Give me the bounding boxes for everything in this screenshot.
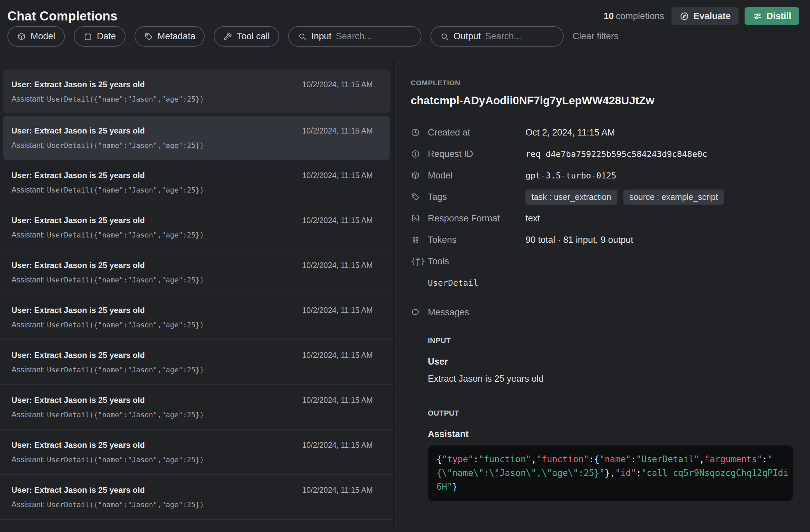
row-created-at: Created at Oct 2, 2024, 11:15 AM — [411, 122, 793, 143]
list-item[interactable]: User: Extract Jason is 25 years old Assi… — [0, 160, 393, 205]
item-assistant-code: UserDetail({"name":"Jason","age":25}) — [47, 95, 204, 103]
completion-section-label: COMPLETION — [411, 79, 793, 87]
filter-metadata-label: Metadata — [158, 31, 196, 41]
list-item[interactable]: User: Extract Jason is 25 years old Assi… — [3, 116, 390, 160]
tags-value: task : user_extractionsource : example_s… — [525, 189, 730, 205]
item-timestamp: 10/2/2024, 11:15 AM — [302, 171, 373, 180]
list-item[interactable]: User: Extract Jason is 25 years old Assi… — [3, 69, 390, 113]
item-timestamp: 10/2/2024, 11:15 AM — [302, 80, 373, 89]
row-label: Tokens — [428, 235, 525, 245]
output-role: Assistant — [428, 429, 793, 439]
item-assistant-code: UserDetail({"name":"Jason","age":25}) — [47, 366, 204, 374]
search-icon — [298, 32, 307, 41]
item-assistant-prefix: Assistant: — [12, 410, 47, 419]
input-content: Extract Jason is 25 years old — [428, 374, 793, 384]
distill-button[interactable]: Distill — [745, 7, 799, 25]
item-timestamp: 10/2/2024, 11:15 AM — [302, 351, 373, 360]
item-assistant-line: Assistant: UserDetail({"name":"Jason","a… — [12, 230, 373, 240]
compass-icon — [679, 12, 689, 21]
calendar-icon — [83, 32, 93, 41]
tag-icon — [411, 192, 428, 202]
item-timestamp: 10/2/2024, 11:15 AM — [302, 441, 373, 450]
evaluate-button-label: Evaluate — [693, 11, 730, 21]
item-assistant-code: UserDetail({"name":"Jason","age":25}) — [47, 501, 204, 509]
detail-rows: Created at Oct 2, 2024, 11:15 AM Request… — [411, 122, 793, 323]
tag-chip: source : example_script — [623, 189, 724, 205]
code-block: {"type":"function","function":{"name":"U… — [428, 446, 793, 501]
item-assistant-code: UserDetail({"name":"Jason","age":25}) — [47, 276, 204, 284]
tag-icon — [144, 32, 153, 41]
main: User: Extract Jason is 25 years old Assi… — [0, 60, 810, 531]
completions-list: User: Extract Jason is 25 years old Assi… — [0, 60, 393, 531]
item-assistant-line: Assistant: UserDetail({"name":"Jason","a… — [12, 455, 373, 465]
wrench-icon — [223, 32, 232, 41]
output-search-placeholder: Search... — [485, 31, 521, 41]
completions-count-label: completions — [616, 11, 664, 21]
item-assistant-code: UserDetail({"name":"Jason","age":25}) — [47, 411, 204, 419]
filter-metadata[interactable]: Metadata — [134, 26, 205, 47]
row-label: Tools — [428, 256, 525, 267]
input-search[interactable]: Input Search... — [288, 26, 421, 47]
output-search[interactable]: Output Search... — [431, 26, 564, 47]
filter-model[interactable]: Model — [7, 26, 65, 47]
list-item[interactable]: User: Extract Jason is 25 years old Assi… — [0, 295, 393, 340]
list-item[interactable]: User: Extract Jason is 25 years old Assi… — [0, 475, 393, 520]
item-assistant-line: Assistant: UserDetail({"name":"Jason","a… — [12, 94, 373, 104]
item-assistant-prefix: Assistant: — [12, 320, 47, 329]
created-at-value: Oct 2, 2024, 11:15 AM — [525, 128, 615, 138]
item-timestamp: 10/2/2024, 11:15 AM — [302, 486, 373, 495]
item-assistant-prefix: Assistant: — [12, 276, 47, 284]
item-assistant-prefix: Assistant: — [12, 365, 47, 374]
filter-date[interactable]: Date — [74, 26, 126, 47]
header: Chat Completions 10completions Evaluate — [0, 0, 810, 60]
row-response-format: Response Format text — [411, 207, 793, 229]
item-assistant-code: UserDetail({"name":"Jason","age":25}) — [47, 186, 204, 194]
list-item[interactable]: User: Extract Jason is 25 years old Assi… — [0, 430, 393, 475]
filter-date-label: Date — [97, 31, 116, 41]
list-item[interactable]: User: Extract Jason is 25 years old Assi… — [0, 250, 393, 295]
tool-list-item: UserDetail — [428, 273, 793, 292]
item-assistant-prefix: Assistant: — [12, 500, 47, 509]
completion-id: chatcmpl-ADyAodii0NF7ig7yLepWW428UJtZw — [411, 94, 793, 107]
sliders-icon — [752, 12, 762, 21]
input-role: User — [428, 356, 793, 367]
tools-braces-icon: {ƒ} — [411, 256, 428, 266]
header-actions: 10completions Evaluate — [604, 7, 799, 25]
input-search-placeholder: Search... — [336, 31, 372, 41]
request-id-value: req_d4e7ba759225b595c584243d9c848e0c — [525, 149, 707, 159]
row-tools: {ƒ} Tools — [411, 251, 793, 272]
evaluate-button[interactable]: Evaluate — [671, 7, 739, 25]
clear-filters-button[interactable]: Clear filters — [573, 31, 619, 41]
item-assistant-line: Assistant: UserDetail({"name":"Jason","a… — [12, 365, 373, 375]
messages-icon — [411, 307, 428, 317]
row-messages: Messages — [411, 302, 793, 323]
row-request-id: Request ID req_d4e7ba759225b595c584243d9… — [411, 143, 793, 165]
list-item[interactable]: User: Extract Jason is 25 years old Assi… — [0, 340, 393, 385]
response-format-value: text — [525, 213, 540, 224]
input-section: INPUT User Extract Jason is 25 years old — [411, 336, 793, 384]
input-search-label: Input — [311, 31, 331, 41]
item-assistant-prefix: Assistant: — [12, 95, 47, 103]
output-section: OUTPUT Assistant {"type":"function","fun… — [411, 409, 793, 501]
model-cube-icon — [17, 32, 26, 41]
completions-count-number: 10 — [604, 11, 614, 21]
item-assistant-line: Assistant: UserDetail({"name":"Jason","a… — [12, 500, 373, 510]
distill-button-label: Distill — [766, 11, 791, 21]
output-heading: OUTPUT — [428, 409, 793, 418]
tokens-icon — [411, 235, 428, 245]
row-label: Created at — [428, 128, 525, 138]
item-assistant-prefix: Assistant: — [12, 141, 47, 150]
search-icon — [440, 32, 449, 41]
page-title: Chat Completions — [7, 9, 117, 23]
info-icon — [411, 149, 428, 159]
row-tokens: Tokens 90 total · 81 input, 9 output — [411, 229, 793, 251]
filter-bar: Model Date — [7, 26, 799, 47]
list-item[interactable]: User: Extract Jason is 25 years old Assi… — [0, 385, 393, 430]
item-assistant-code: UserDetail({"name":"Jason","age":25}) — [47, 321, 204, 329]
list-item[interactable]: User: Extract Jason is 25 years old Assi… — [0, 205, 393, 250]
item-timestamp: 10/2/2024, 11:15 AM — [302, 216, 373, 225]
filter-tool-call[interactable]: Tool call — [214, 26, 279, 47]
filter-model-label: Model — [31, 31, 55, 41]
input-heading: INPUT — [428, 336, 793, 345]
item-timestamp: 10/2/2024, 11:15 AM — [302, 127, 373, 135]
